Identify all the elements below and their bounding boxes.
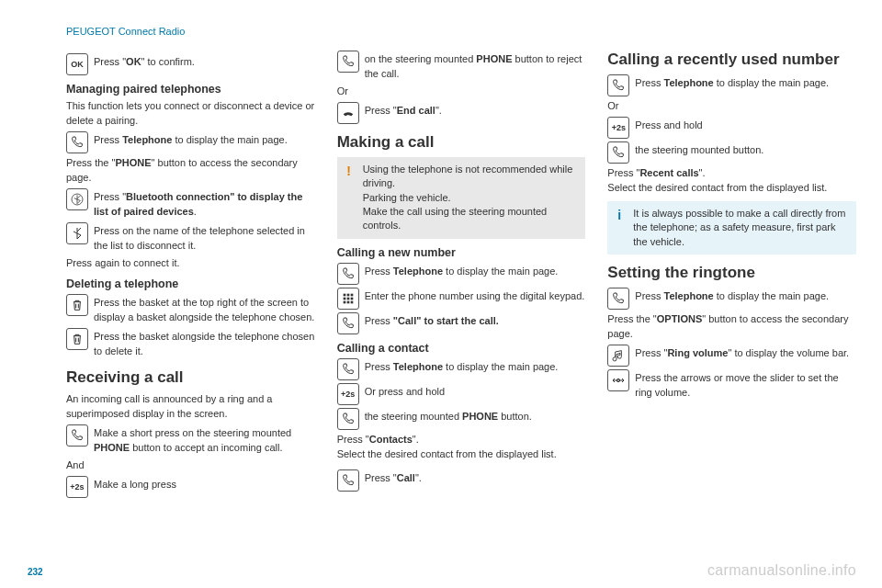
info-text: It is always possible to make a call dir… bbox=[633, 207, 851, 249]
phone-handset-icon bbox=[607, 288, 629, 310]
recent-or: Or bbox=[607, 99, 856, 114]
managing-again: Press again to connect it. bbox=[66, 256, 315, 271]
phone-handset-icon bbox=[337, 51, 359, 73]
svg-rect-9 bbox=[350, 300, 353, 303]
phone-handset-icon bbox=[337, 312, 359, 334]
recent-l3: the steering mounted button. bbox=[635, 141, 856, 158]
contact-contacts: Press "Contacts". bbox=[337, 433, 586, 447]
watermark: carmanualsonline.info bbox=[707, 562, 856, 579]
newnum-title: Calling a new number bbox=[337, 246, 586, 259]
deleting-title: Deleting a telephone bbox=[66, 277, 315, 290]
newnum-l3: Press "Call" to start the call. bbox=[365, 312, 586, 329]
making-title: Making a call bbox=[337, 133, 586, 152]
ok-text: Press "OK" to confirm. bbox=[94, 53, 315, 70]
recent-l2: Press and hold bbox=[635, 117, 856, 133]
warning-callout: ! Using the telephone is not recommended… bbox=[337, 157, 586, 239]
page-number: 232 bbox=[28, 567, 43, 577]
slider-arrows-icon bbox=[607, 369, 629, 391]
page-header: PEUGEOT Connect Radio bbox=[66, 26, 185, 37]
managing-intro: This function lets you connect or discon… bbox=[66, 99, 315, 129]
ok-icon: OK bbox=[66, 53, 88, 75]
svg-rect-3 bbox=[350, 293, 353, 296]
ringtone-l2: Press "Ring volume" to display the volum… bbox=[635, 345, 856, 361]
hold-2s-icon: +2s bbox=[607, 117, 629, 139]
newnum-l2: Enter the phone number using the digital… bbox=[365, 288, 586, 304]
recent-l1: Press Telephone to display the main page… bbox=[635, 74, 856, 91]
recent-title: Calling a recently used number bbox=[607, 51, 856, 69]
hold-2s-icon: +2s bbox=[66, 476, 88, 498]
reject-line: on the steering mounted PHONE button to … bbox=[365, 51, 586, 82]
or-text: Or bbox=[337, 85, 586, 99]
phone-handset-icon bbox=[337, 358, 359, 380]
contact-l1: Press Telephone to display the main page… bbox=[365, 358, 586, 375]
ringtone-l1: Press Telephone to display the main page… bbox=[635, 288, 856, 304]
trash-icon bbox=[66, 294, 88, 316]
phone-handset-icon bbox=[607, 74, 629, 96]
svg-rect-7 bbox=[343, 300, 345, 303]
content-columns: OK Press "OK" to confirm. Managing paire… bbox=[66, 51, 856, 551]
svg-rect-6 bbox=[350, 297, 353, 300]
ringtone-l3: Press the arrows or move the slider to s… bbox=[635, 369, 856, 401]
receiving-intro: An incoming call is announced by a ring … bbox=[66, 392, 315, 422]
managing-phonebtn: Press the "PHONE" button to access the s… bbox=[66, 156, 315, 186]
phone-handset-icon bbox=[337, 469, 359, 492]
receiving-title: Receiving a call bbox=[66, 368, 315, 387]
phone-handset-icon bbox=[337, 408, 359, 430]
ringtone-title: Setting the ringtone bbox=[607, 264, 856, 282]
warning-icon: ! bbox=[343, 163, 356, 233]
bluetooth-circle-icon bbox=[66, 188, 88, 210]
contact-select: Select the desired contact from the disp… bbox=[337, 447, 586, 462]
recent-select: Select the desired contact from the disp… bbox=[607, 181, 856, 196]
info-callout: i It is always possible to make a call d… bbox=[607, 201, 856, 254]
contact-l3: the steering mounted PHONE button. bbox=[365, 408, 586, 424]
managing-bt: Press "Bluetooth connection" to display … bbox=[94, 188, 315, 220]
phone-handset-icon bbox=[66, 424, 88, 447]
contact-l2: Or press and hold bbox=[365, 383, 586, 400]
deleting-l2: Press the basket alongside the telephone… bbox=[94, 328, 315, 359]
managing-tel: Press Telephone to display the main page… bbox=[94, 131, 315, 148]
newnum-l1: Press Telephone to display the main page… bbox=[365, 263, 586, 279]
managing-title: Managing paired telephones bbox=[66, 83, 315, 96]
receiving-and: And bbox=[66, 458, 315, 473]
endcall-text: Press "End call". bbox=[365, 102, 586, 119]
deleting-l1: Press the basket at the top right of the… bbox=[94, 294, 315, 325]
trash-icon bbox=[66, 328, 88, 350]
phone-handset-icon bbox=[607, 141, 629, 164]
svg-rect-1 bbox=[343, 293, 345, 296]
music-note-icon bbox=[607, 345, 629, 367]
svg-rect-8 bbox=[346, 300, 349, 303]
info-icon: i bbox=[613, 207, 626, 249]
managing-select: Press on the name of the telephone selec… bbox=[94, 222, 315, 254]
phone-handset-icon bbox=[66, 131, 88, 153]
keypad-icon bbox=[337, 288, 359, 310]
hangup-icon bbox=[337, 102, 359, 124]
recent-calls: Press "Recent calls". bbox=[607, 166, 856, 181]
hold-2s-icon: +2s bbox=[337, 383, 359, 405]
warning-text: Using the telephone is not recommended w… bbox=[363, 163, 581, 233]
receiving-short: Make a short press on the steering mount… bbox=[94, 424, 315, 456]
ringtone-options: Press the "OPTIONS" button to access the… bbox=[607, 312, 856, 342]
receiving-long: Make a long press bbox=[94, 476, 315, 492]
contact-title: Calling a contact bbox=[337, 342, 586, 355]
bluetooth-icon bbox=[66, 222, 88, 244]
svg-rect-4 bbox=[343, 297, 345, 300]
call-line: Press "Call". bbox=[365, 469, 586, 486]
phone-handset-icon bbox=[337, 263, 359, 285]
svg-rect-2 bbox=[346, 293, 349, 296]
svg-rect-5 bbox=[346, 297, 349, 300]
